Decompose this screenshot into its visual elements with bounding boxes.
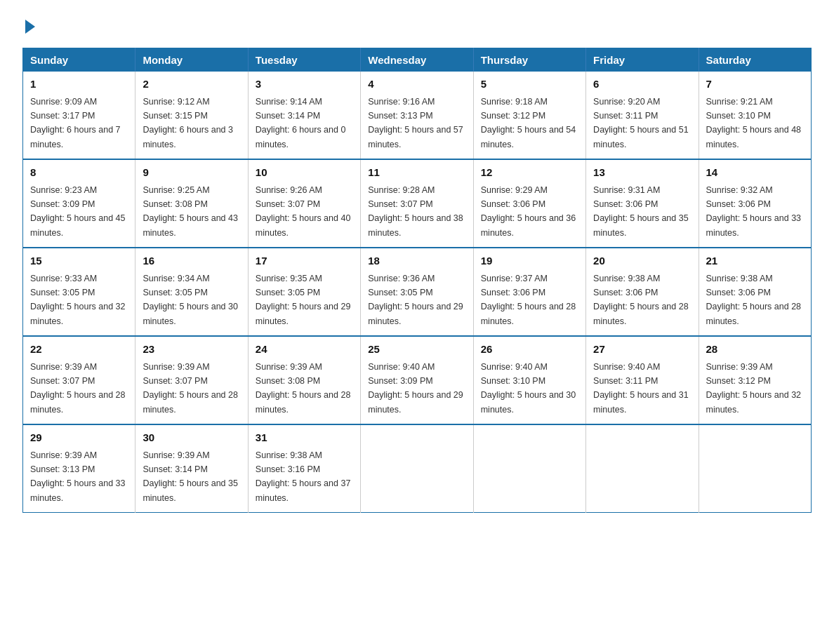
- day-info: Sunrise: 9:39 AMSunset: 3:13 PMDaylight:…: [30, 450, 126, 503]
- day-info: Sunrise: 9:38 AMSunset: 3:06 PMDaylight:…: [706, 274, 802, 326]
- calendar-cell: 21Sunrise: 9:38 AMSunset: 3:06 PMDayligh…: [699, 248, 811, 336]
- calendar-cell: 9Sunrise: 9:25 AMSunset: 3:08 PMDaylight…: [135, 159, 248, 248]
- day-number: 28: [706, 342, 804, 358]
- calendar-cell: 6Sunrise: 9:20 AMSunset: 3:11 PMDaylight…: [586, 72, 699, 159]
- day-info: Sunrise: 9:12 AMSunset: 3:15 PMDaylight:…: [143, 97, 233, 149]
- day-number: 9: [143, 165, 240, 181]
- calendar-cell: 28Sunrise: 9:39 AMSunset: 3:12 PMDayligh…: [699, 336, 811, 424]
- day-info: Sunrise: 9:21 AMSunset: 3:10 PMDaylight:…: [706, 97, 802, 149]
- day-info: Sunrise: 9:39 AMSunset: 3:14 PMDaylight:…: [143, 450, 238, 503]
- day-info: Sunrise: 9:23 AMSunset: 3:09 PMDaylight:…: [30, 185, 126, 238]
- calendar-week-5: 29Sunrise: 9:39 AMSunset: 3:13 PMDayligh…: [23, 424, 812, 513]
- calendar-cell: 26Sunrise: 9:40 AMSunset: 3:10 PMDayligh…: [473, 336, 585, 424]
- day-info: Sunrise: 9:40 AMSunset: 3:09 PMDaylight:…: [368, 362, 463, 415]
- header-tuesday: Tuesday: [248, 48, 360, 72]
- day-info: Sunrise: 9:16 AMSunset: 3:13 PMDaylight:…: [368, 97, 463, 149]
- day-number: 8: [30, 165, 128, 181]
- calendar-cell: 23Sunrise: 9:39 AMSunset: 3:07 PMDayligh…: [135, 336, 248, 424]
- header-sunday: Sunday: [23, 48, 135, 72]
- calendar-cell: 14Sunrise: 9:32 AMSunset: 3:06 PMDayligh…: [699, 159, 811, 248]
- day-number: 13: [593, 165, 691, 181]
- day-number: 15: [30, 253, 128, 269]
- day-number: 5: [481, 76, 578, 93]
- day-number: 31: [256, 430, 353, 446]
- day-info: Sunrise: 9:37 AMSunset: 3:06 PMDaylight:…: [481, 274, 576, 326]
- day-info: Sunrise: 9:31 AMSunset: 3:06 PMDaylight:…: [593, 185, 689, 238]
- day-number: 25: [368, 342, 465, 358]
- calendar-week-3: 15Sunrise: 9:33 AMSunset: 3:05 PMDayligh…: [23, 248, 812, 336]
- day-info: Sunrise: 9:36 AMSunset: 3:05 PMDaylight:…: [368, 274, 463, 326]
- day-info: Sunrise: 9:39 AMSunset: 3:07 PMDaylight:…: [30, 362, 126, 415]
- day-number: 19: [481, 253, 578, 269]
- day-number: 12: [481, 165, 578, 181]
- day-number: 26: [481, 342, 578, 358]
- header-wednesday: Wednesday: [361, 48, 473, 72]
- day-number: 4: [368, 76, 465, 93]
- day-info: Sunrise: 9:25 AMSunset: 3:08 PMDaylight:…: [143, 185, 238, 238]
- day-number: 27: [593, 342, 691, 358]
- calendar-week-1: 1Sunrise: 9:09 AMSunset: 3:17 PMDaylight…: [23, 72, 812, 159]
- calendar-cell: 24Sunrise: 9:39 AMSunset: 3:08 PMDayligh…: [248, 336, 360, 424]
- calendar-cell: 7Sunrise: 9:21 AMSunset: 3:10 PMDaylight…: [699, 72, 811, 159]
- calendar-cell: 18Sunrise: 9:36 AMSunset: 3:05 PMDayligh…: [361, 248, 473, 336]
- day-number: 2: [143, 76, 240, 93]
- day-number: 10: [256, 165, 353, 181]
- calendar-cell: 17Sunrise: 9:35 AMSunset: 3:05 PMDayligh…: [248, 248, 360, 336]
- calendar-cell: 5Sunrise: 9:18 AMSunset: 3:12 PMDaylight…: [473, 72, 585, 159]
- calendar-table: SundayMondayTuesdayWednesdayThursdayFrid…: [22, 48, 812, 513]
- day-info: Sunrise: 9:39 AMSunset: 3:08 PMDaylight:…: [256, 362, 351, 415]
- calendar-cell: 15Sunrise: 9:33 AMSunset: 3:05 PMDayligh…: [23, 248, 135, 336]
- calendar-cell: [473, 424, 585, 513]
- calendar-cell: 20Sunrise: 9:38 AMSunset: 3:06 PMDayligh…: [586, 248, 699, 336]
- day-info: Sunrise: 9:40 AMSunset: 3:11 PMDaylight:…: [593, 362, 689, 415]
- calendar-cell: 16Sunrise: 9:34 AMSunset: 3:05 PMDayligh…: [135, 248, 248, 336]
- calendar-cell: 12Sunrise: 9:29 AMSunset: 3:06 PMDayligh…: [473, 159, 585, 248]
- calendar-cell: 11Sunrise: 9:28 AMSunset: 3:07 PMDayligh…: [361, 159, 473, 248]
- calendar-cell: 3Sunrise: 9:14 AMSunset: 3:14 PMDaylight…: [248, 72, 360, 159]
- header-saturday: Saturday: [699, 48, 811, 72]
- calendar-cell: 4Sunrise: 9:16 AMSunset: 3:13 PMDaylight…: [361, 72, 473, 159]
- day-info: Sunrise: 9:39 AMSunset: 3:12 PMDaylight:…: [706, 362, 802, 415]
- calendar-cell: [699, 424, 811, 513]
- day-info: Sunrise: 9:26 AMSunset: 3:07 PMDaylight:…: [256, 185, 351, 238]
- day-info: Sunrise: 9:40 AMSunset: 3:10 PMDaylight:…: [481, 362, 576, 415]
- day-info: Sunrise: 9:35 AMSunset: 3:05 PMDaylight:…: [256, 274, 351, 326]
- logo: [22, 17, 35, 34]
- day-info: Sunrise: 9:14 AMSunset: 3:14 PMDaylight:…: [256, 97, 346, 149]
- day-number: 24: [256, 342, 353, 358]
- day-number: 14: [706, 165, 804, 181]
- day-info: Sunrise: 9:29 AMSunset: 3:06 PMDaylight:…: [481, 185, 576, 238]
- day-number: 21: [706, 253, 804, 269]
- day-info: Sunrise: 9:38 AMSunset: 3:16 PMDaylight:…: [256, 450, 351, 503]
- calendar-cell: 30Sunrise: 9:39 AMSunset: 3:14 PMDayligh…: [135, 424, 248, 513]
- calendar-cell: 10Sunrise: 9:26 AMSunset: 3:07 PMDayligh…: [248, 159, 360, 248]
- day-info: Sunrise: 9:18 AMSunset: 3:12 PMDaylight:…: [481, 97, 576, 149]
- header-friday: Friday: [586, 48, 699, 72]
- calendar-header-row: SundayMondayTuesdayWednesdayThursdayFrid…: [23, 48, 812, 72]
- day-number: 16: [143, 253, 240, 269]
- logo-arrow-icon: [25, 20, 35, 34]
- calendar-cell: 31Sunrise: 9:38 AMSunset: 3:16 PMDayligh…: [248, 424, 360, 513]
- header-thursday: Thursday: [473, 48, 585, 72]
- page-header: [22, 17, 812, 34]
- header-monday: Monday: [135, 48, 248, 72]
- day-number: 18: [368, 253, 465, 269]
- calendar-cell: 22Sunrise: 9:39 AMSunset: 3:07 PMDayligh…: [23, 336, 135, 424]
- day-number: 7: [706, 76, 804, 93]
- day-info: Sunrise: 9:38 AMSunset: 3:06 PMDaylight:…: [593, 274, 689, 326]
- calendar-cell: 13Sunrise: 9:31 AMSunset: 3:06 PMDayligh…: [586, 159, 699, 248]
- day-number: 11: [368, 165, 465, 181]
- day-info: Sunrise: 9:39 AMSunset: 3:07 PMDaylight:…: [143, 362, 238, 415]
- day-info: Sunrise: 9:32 AMSunset: 3:06 PMDaylight:…: [706, 185, 802, 238]
- calendar-cell: [361, 424, 473, 513]
- calendar-week-2: 8Sunrise: 9:23 AMSunset: 3:09 PMDaylight…: [23, 159, 812, 248]
- day-number: 23: [143, 342, 240, 358]
- day-number: 3: [256, 76, 353, 93]
- calendar-cell: 25Sunrise: 9:40 AMSunset: 3:09 PMDayligh…: [361, 336, 473, 424]
- day-number: 29: [30, 430, 128, 446]
- day-info: Sunrise: 9:20 AMSunset: 3:11 PMDaylight:…: [593, 97, 689, 149]
- day-number: 20: [593, 253, 691, 269]
- day-info: Sunrise: 9:34 AMSunset: 3:05 PMDaylight:…: [143, 274, 238, 326]
- calendar-week-4: 22Sunrise: 9:39 AMSunset: 3:07 PMDayligh…: [23, 336, 812, 424]
- day-info: Sunrise: 9:09 AMSunset: 3:17 PMDaylight:…: [30, 97, 121, 149]
